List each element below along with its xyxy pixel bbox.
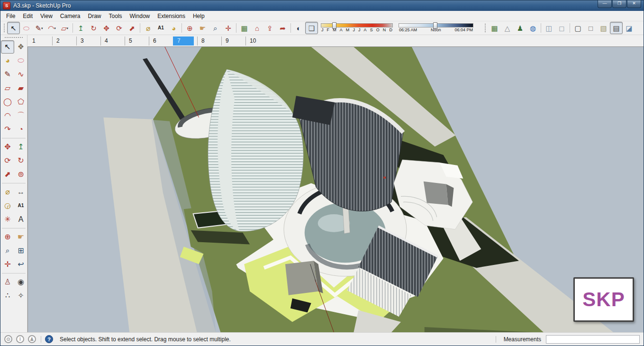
scene-tab[interactable]: 4	[100, 36, 121, 46]
zoom-extents-tool[interactable]: ✛	[1, 258, 14, 271]
line-tool[interactable]: ✎	[1, 68, 14, 81]
rectangle-tool[interactable]: ▱▾	[58, 22, 71, 34]
follow-me-tool[interactable]: ↻	[14, 154, 27, 167]
pan-tool[interactable]: ☛	[196, 22, 209, 34]
text-tool[interactable]: A1	[154, 22, 167, 34]
position-camera-tool[interactable]: ♙	[1, 275, 14, 289]
follow-me-tool[interactable]: ↻	[87, 22, 100, 34]
minimize-button[interactable]: —	[598, 0, 612, 8]
shadow-time-slider[interactable]: 06:25 AM Noon 06:04 PM	[399, 22, 473, 34]
shadow-month-slider[interactable]: JFMAMJJASOND	[321, 22, 393, 34]
zoom-extents-tool[interactable]: ✛	[222, 22, 235, 34]
back-edges-style-button[interactable]: ◻	[555, 22, 568, 34]
circle-tool[interactable]: ◯	[1, 95, 14, 109]
google-earth-button[interactable]: ◍	[526, 22, 539, 34]
tool-group-divider[interactable]	[2, 228, 26, 228]
photo-textures-button[interactable]: ♟	[514, 22, 526, 34]
title-bar[interactable]: S A3.skp - SketchUp Pro —❐✕	[0, 0, 644, 11]
scale-tool[interactable]: ⬈	[126, 22, 138, 34]
wireframe-style-button[interactable]: ▢	[571, 22, 584, 34]
scene-tab[interactable]: 2	[52, 36, 73, 46]
tool-group-divider[interactable]	[2, 273, 26, 273]
toolbar-separator[interactable]	[181, 23, 182, 33]
zoom-previous-tool[interactable]: ↩	[14, 258, 27, 271]
shadow-settings-button[interactable]: ◐	[292, 22, 305, 34]
dimension-tool[interactable]: ↔	[14, 185, 27, 199]
select-tool[interactable]: ↖	[1, 40, 14, 54]
tape-measure-tool[interactable]: ⌀	[1, 185, 14, 199]
toolbar-separator[interactable]	[236, 23, 236, 33]
tool-group-divider[interactable]	[2, 138, 26, 138]
menu-item[interactable]: Help	[189, 12, 209, 20]
toolbar-drag-handle[interactable]	[4, 36, 23, 39]
zoom-tool[interactable]: ⌕	[209, 22, 222, 34]
three-point-arc-tool[interactable]: ↷	[1, 123, 14, 136]
geolocation-icon[interactable]: ⊙	[4, 335, 12, 343]
tape-measure-tool[interactable]: ⌀	[142, 22, 154, 34]
menu-item[interactable]: Window	[126, 12, 154, 20]
zoom-window-tool[interactable]: ⊞	[14, 244, 27, 257]
3d-text-tool[interactable]: A	[14, 213, 27, 226]
orbit-tool[interactable]: ⊕	[1, 230, 14, 244]
paint-bucket-tool[interactable]: ◕	[1, 54, 14, 67]
text-tool[interactable]: A1	[14, 199, 27, 212]
toolbar-separator[interactable]	[290, 23, 291, 33]
scene-tab[interactable]: 8	[197, 36, 218, 46]
xray-style-button[interactable]: ◫	[543, 22, 555, 34]
rotate-tool[interactable]: ⟳	[1, 154, 14, 167]
toggle-terrain-button[interactable]: △	[501, 22, 514, 34]
scene-tab[interactable]: 1	[28, 36, 49, 46]
navigation-compass-tool[interactable]: ✧	[14, 289, 27, 302]
help-icon[interactable]: ?	[45, 335, 53, 343]
rotate-tool[interactable]: ⟳	[113, 22, 126, 34]
model-viewport[interactable]: SKP	[27, 46, 644, 332]
toolbar-separator[interactable]	[73, 23, 73, 33]
get-models-button[interactable]: ⌂	[251, 22, 263, 34]
scene-tab[interactable]: 5	[125, 36, 145, 46]
share-model-button[interactable]: ⇪	[263, 22, 276, 34]
menu-item[interactable]: Extensions	[154, 12, 189, 20]
eraser-tool[interactable]: ⬭	[20, 22, 33, 34]
menu-item[interactable]: Camera	[56, 12, 84, 20]
zoom-tool[interactable]: ⌕	[1, 244, 14, 257]
arc-tool[interactable]: ◠	[1, 109, 14, 122]
freehand-tool[interactable]: ∿	[14, 68, 27, 81]
menu-item[interactable]: Tools	[105, 12, 126, 20]
toolbar-separator[interactable]	[140, 23, 140, 33]
scene-tab[interactable]: 7	[173, 36, 194, 46]
toolbar-drag-handle[interactable]	[484, 23, 487, 33]
rectangle-tool[interactable]: ▱	[1, 82, 14, 95]
scene-tab[interactable]: 10	[245, 36, 266, 46]
two-point-arc-tool[interactable]: ⌒	[14, 109, 27, 122]
monochrome-style-button[interactable]: ◪	[623, 22, 635, 34]
move-tool[interactable]: ✥	[1, 140, 14, 154]
pan-tool[interactable]: ☛	[14, 230, 27, 244]
select-tool[interactable]: ↖	[7, 22, 20, 34]
paint-bucket-tool[interactable]: ◕	[167, 22, 180, 34]
add-location-button[interactable]: ▦	[238, 22, 251, 34]
polygon-tool[interactable]: ⬠	[14, 95, 27, 109]
menu-item[interactable]: Draw	[84, 12, 105, 20]
scene-tab[interactable]: 6	[149, 36, 170, 46]
measurements-input[interactable]	[546, 335, 640, 344]
shaded-textures-style-button[interactable]: ▤	[610, 22, 623, 34]
push-pull-tool[interactable]: ↥	[74, 22, 87, 34]
shadow-toggle-button[interactable]: ❏	[305, 22, 318, 34]
shaded-style-button[interactable]: ▧	[597, 22, 610, 34]
line-tool[interactable]: ✎▾	[33, 22, 45, 34]
user-icon[interactable]: ♟	[28, 335, 36, 343]
menu-item[interactable]: Edit	[19, 12, 36, 20]
close-button[interactable]: ✕	[627, 0, 641, 8]
pie-tool[interactable]: ◔	[14, 123, 27, 136]
toolbar-separator[interactable]	[570, 23, 570, 33]
push-pull-tool[interactable]: ↥	[14, 140, 27, 154]
credits-icon[interactable]: i	[16, 335, 24, 343]
offset-tool[interactable]: ⊚	[14, 168, 27, 181]
eraser-tool[interactable]: ⬭	[14, 54, 27, 67]
rotated-rectangle-tool[interactable]: ▰	[14, 82, 27, 95]
add-location-button[interactable]: ▦	[488, 22, 501, 34]
maximize-button[interactable]: ❐	[612, 0, 626, 8]
scale-tool[interactable]: ⬈	[1, 168, 14, 181]
menu-item[interactable]: File	[2, 12, 19, 20]
tool-group-divider[interactable]	[2, 183, 26, 183]
